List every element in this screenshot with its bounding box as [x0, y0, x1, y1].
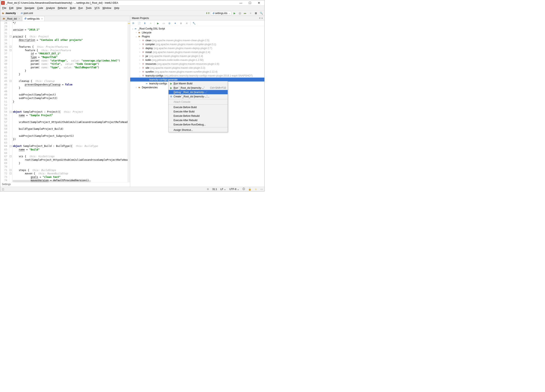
lock-icon[interactable]: 🔓 — [248, 188, 251, 191]
fold-marker-icon[interactable]: − — [10, 111, 12, 113]
maximize-button[interactable]: ☐ — [245, 0, 254, 6]
editor-tab[interactable]: ⚙ settings.kts × — [22, 16, 44, 21]
menu-navigate[interactable]: Navigate — [23, 6, 36, 10]
tree-row[interactable]: ›⚙jar(org.apache.maven.plugins:maven-jar… — [130, 54, 264, 58]
fold-marker-icon[interactable]: − — [10, 172, 12, 174]
tree-row[interactable]: ⌄m_Root Config DSL Script — [130, 27, 264, 31]
tree-row[interactable]: ⌄🖿Plugins — [130, 34, 264, 38]
context-menu-item[interactable]: ⚙Create '_Root_dsl [teamcity-...'... — [169, 94, 228, 99]
error-stripe[interactable] — [128, 21, 130, 182]
fold-marker-icon[interactable]: − — [10, 155, 12, 157]
context-menu-item[interactable]: Execute After Build — [169, 109, 228, 114]
minimize-button[interactable]: — — [236, 0, 245, 6]
maven-settings-button[interactable]: 🔧 — [192, 21, 196, 26]
menu-edit[interactable]: Edit — [8, 6, 15, 10]
tree-row[interactable]: ›⚙deploy(org.apache.maven.plugins:maven-… — [130, 46, 264, 50]
line-separator[interactable]: LF ⌄ — [220, 188, 226, 191]
show-deps-button[interactable]: ⋔ — [179, 21, 183, 26]
tree-row[interactable]: ⌄⚙teamcity-configs(org.jetbrains.teamcit… — [130, 74, 264, 78]
coverage-button[interactable]: ▸▸ — [243, 11, 248, 15]
expand-icon[interactable]: › — [138, 63, 141, 65]
panel-settings-icon[interactable]: ✦ ▾ — [259, 17, 263, 20]
horizontal-scrollbar[interactable] — [12, 180, 91, 182]
expand-icon[interactable]: › — [135, 31, 138, 34]
toggle-offline-button[interactable]: ⊘ — [167, 21, 172, 26]
breadcrumb-folder[interactable]: 🖿 .teamcity — [1, 11, 17, 15]
expand-icon[interactable]: › — [138, 47, 141, 49]
stop-button[interactable]: ■ — [248, 11, 253, 15]
file-encoding[interactable]: UTF-8 ⌄ — [229, 188, 239, 191]
close-tab-icon[interactable]: × — [19, 17, 20, 20]
fold-marker-icon[interactable]: − — [10, 46, 12, 48]
execute-goal-button[interactable]: ▭ — [161, 21, 166, 26]
expand-icon[interactable]: › — [138, 55, 141, 57]
expand-icon[interactable]: ⌄ — [131, 27, 134, 30]
run-maven-button[interactable]: ▶ — [156, 21, 160, 26]
menu-view[interactable]: View — [15, 6, 23, 10]
context-menu-item[interactable]: Assign Shortcut... — [169, 128, 228, 132]
tree-row[interactable]: ›⚙site(org.apache.maven.plugins:maven-si… — [130, 66, 264, 70]
menu-build[interactable]: Build — [69, 6, 77, 10]
fold-marker-icon[interactable]: − — [10, 169, 12, 171]
editor-breadcrumbs[interactable]: Settings — [0, 182, 130, 187]
menu-run[interactable]: Run — [77, 6, 84, 10]
fold-marker-icon[interactable]: − — [10, 36, 12, 37]
run-button[interactable]: ▶ — [232, 11, 237, 15]
status-settings-icon[interactable]: ⚙ — [207, 188, 209, 191]
run-config-selector[interactable]: ⚙ settings.kts ⌄ — [211, 11, 231, 15]
hector-icon[interactable]: ☺ — [255, 188, 257, 191]
fold-marker-icon[interactable]: − — [10, 49, 12, 51]
expand-icon[interactable]: ⌄ — [135, 35, 138, 37]
menu-file[interactable]: File — [1, 6, 7, 10]
context-menu-item[interactable]: ▶Run '_Root_dsl [teamcity-...'Ctrl+Shift… — [169, 86, 228, 90]
context-menu-item[interactable]: Execute Before Rebuild — [169, 114, 228, 118]
editor-tab[interactable]: 🖿 _Root_dsl × — [1, 16, 22, 21]
code-area[interactable]: */ version = "2018.1" project { this: Pr… — [12, 21, 128, 182]
search-button[interactable]: 🔍 — [259, 11, 264, 15]
menu-vcs[interactable]: VCS — [93, 6, 101, 10]
generate-sources-button[interactable]: 📄 — [137, 21, 141, 26]
tree-row[interactable]: ›⚙kotlin(org.jetbrains.kotlin:kotlin-mav… — [130, 58, 264, 62]
caret-position[interactable]: 31:1 — [212, 188, 217, 191]
expand-icon[interactable]: ⌄ — [138, 74, 141, 77]
context-menu-item[interactable]: Execute Before Build — [169, 105, 228, 109]
tree-row[interactable]: ›⚙clean(org.apache.maven.plugins:maven-c… — [130, 38, 264, 42]
tree-row[interactable]: ›⚙compiler(org.apache.maven.plugins:mave… — [130, 42, 264, 46]
context-icon[interactable]: ⓘ — [242, 187, 245, 191]
layout-button[interactable]: ⊞ — [254, 11, 258, 15]
status-icon[interactable]: ◫ — [2, 188, 4, 191]
tree-row[interactable]: ›⚙install(org.apache.maven.plugins:maven… — [130, 50, 264, 54]
notifications-icon[interactable]: ▭ — [260, 188, 263, 191]
skip-tests-button[interactable]: ✦ — [173, 21, 178, 26]
expand-icon[interactable]: › — [138, 43, 141, 45]
build-button[interactable]: ⬇⬆ — [205, 11, 210, 15]
menu-refactor[interactable]: Refactor — [56, 6, 68, 10]
fold-gutter[interactable]: −−−−−−−−− — [10, 21, 12, 182]
close-button[interactable]: ✕ — [254, 0, 264, 6]
debug-button[interactable]: ⬤ — [237, 11, 242, 15]
expand-icon[interactable]: › — [138, 39, 141, 42]
fold-marker-icon[interactable]: − — [10, 80, 12, 82]
expand-icon[interactable]: › — [138, 59, 141, 61]
tree-row[interactable]: ›⚙surefire(org.apache.maven.plugins:mave… — [130, 70, 264, 74]
context-menu-item[interactable]: Execute Before Run/Debug... — [169, 122, 228, 127]
reimport-button[interactable]: ⟳ — [131, 21, 136, 26]
tree-row[interactable]: ›🖿Lifecycle — [130, 31, 264, 34]
line-gutter[interactable]: 28 29 30 31 32 33 34 35 36 37 38 39 40 4… — [0, 21, 10, 182]
tree-row[interactable]: ›⚙resources(org.apache.maven.plugins:mav… — [130, 62, 264, 66]
context-menu-item[interactable]: ▶Run Maven Build — [169, 81, 228, 86]
expand-icon[interactable]: › — [138, 67, 141, 69]
close-tab-icon[interactable]: × — [41, 17, 43, 20]
add-button[interactable]: ＋ — [148, 21, 153, 26]
collapse-button[interactable]: ≡ — [185, 21, 189, 26]
expand-icon[interactable]: › — [138, 71, 141, 73]
expand-icon[interactable]: › — [138, 51, 141, 53]
context-menu-item[interactable]: Debug '_Root_dsl [teamcity-...' — [169, 90, 228, 94]
breadcrumb-file[interactable]: m pom.xml — [20, 11, 34, 15]
menu-code[interactable]: Code — [36, 6, 44, 10]
menu-help[interactable]: Help — [113, 6, 121, 10]
menu-tools[interactable]: Tools — [85, 6, 93, 10]
download-button[interactable]: ⬇ — [142, 21, 147, 26]
fold-marker-icon[interactable]: − — [10, 145, 12, 147]
menu-analyze[interactable]: Analyze — [45, 6, 56, 10]
